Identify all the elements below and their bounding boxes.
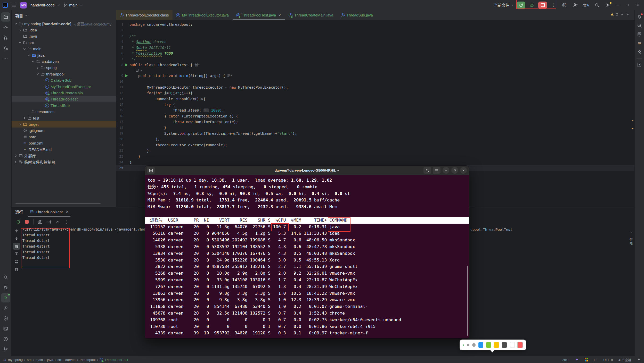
code-line-11[interactable]: 11 MyThreadPoolExecutor threadExecutor =… bbox=[116, 85, 634, 90]
tree-item-pom.xml[interactable]: mpom.xml bbox=[12, 140, 116, 146]
terminal-menu-button[interactable] bbox=[433, 167, 441, 174]
chevron-left-icon[interactable] bbox=[629, 230, 633, 234]
run-line-icon[interactable] bbox=[125, 63, 128, 66]
chevron-down-icon[interactable] bbox=[18, 40, 22, 45]
performance-side-tab[interactable]: 性能 bbox=[629, 230, 633, 246]
unlock-icon[interactable] bbox=[637, 358, 641, 362]
database-tool-button[interactable] bbox=[635, 30, 643, 38]
breadcrumb-item[interactable]: threadpool bbox=[80, 358, 95, 362]
tree-item-.idea[interactable]: .idea bbox=[12, 27, 116, 33]
more-button[interactable]: ⋮ bbox=[62, 218, 70, 225]
chevron-right-icon[interactable] bbox=[18, 28, 22, 32]
breadcrumb-item[interactable]: darven bbox=[65, 358, 76, 362]
code-line-24[interactable]: 24} bbox=[116, 159, 634, 165]
softwrap-button[interactable] bbox=[13, 243, 20, 250]
search-button[interactable] bbox=[592, 2, 601, 9]
close-icon[interactable]: ✕ bbox=[278, 13, 281, 17]
tab-ThreadPoolExecutor.class[interactable]: CThreadPoolExecutor.class bbox=[116, 10, 173, 20]
tab-MyThreadPoolExecutor.java[interactable]: CMyThreadPoolExecutor.java bbox=[173, 10, 232, 20]
code-line-23[interactable]: 23 } bbox=[116, 154, 634, 159]
profiler-button[interactable] bbox=[54, 218, 61, 225]
pull-requests-tool-button[interactable] bbox=[1, 33, 10, 42]
code-line-6[interactable]: 6 * @description TODO bbox=[116, 50, 634, 56]
chevron-up-icon[interactable] bbox=[620, 12, 624, 16]
code-line-8[interactable]: 8public class ThreadPoolTest { 新* bbox=[116, 62, 634, 68]
run-tool-button[interactable] bbox=[1, 293, 10, 302]
debug-tool-button[interactable] bbox=[1, 283, 10, 292]
terminal-maximize-button[interactable] bbox=[451, 167, 458, 174]
stop-button[interactable] bbox=[538, 2, 547, 9]
tab-ThreadCreateMain.java[interactable]: CThreadCreateMain.java bbox=[285, 10, 337, 20]
code-line-7[interactable]: 7 */ bbox=[116, 56, 634, 62]
code-line-20[interactable]: 20 }; bbox=[116, 136, 634, 142]
code-line-22[interactable]: 22 } bbox=[116, 148, 634, 154]
chevron-down-icon[interactable] bbox=[36, 72, 40, 76]
tree-item-[interactable]: 外部库 bbox=[12, 153, 116, 159]
horizontal-scrollbar[interactable] bbox=[15, 203, 101, 204]
notifications-tool-button[interactable] bbox=[635, 13, 643, 21]
screenshot-button[interactable] bbox=[36, 218, 44, 225]
run-tab[interactable]: ThreadPoolTest ✕ bbox=[28, 207, 70, 217]
terminal-tool-button[interactable] bbox=[1, 324, 10, 333]
tree-item-my-spring[interactable]: my-spring [handwrit-code]~/桌面/java-proje… bbox=[12, 21, 116, 27]
tree-item-resources[interactable]: resources bbox=[12, 108, 116, 115]
breadcrumb-item[interactable]: my-spring bbox=[8, 358, 23, 362]
code-line-2[interactable]: 2 bbox=[116, 27, 634, 33]
brush-size-dot-3[interactable] bbox=[472, 343, 475, 347]
code-line-13[interactable]: 13 Runnable runnable=()->{ bbox=[116, 96, 634, 102]
inspections-widget[interactable]: 2 bbox=[610, 12, 630, 16]
terminal-close-button[interactable] bbox=[460, 167, 467, 174]
tree-item-ThreadPoolTest[interactable]: CThreadPoolTest bbox=[12, 96, 116, 102]
color-swatch-6[interactable] bbox=[518, 342, 523, 348]
brush-size-dot-2[interactable] bbox=[467, 344, 469, 346]
git-tool-button[interactable] bbox=[1, 345, 10, 354]
maven-tool-button[interactable]: m bbox=[635, 39, 643, 47]
code-line-12[interactable]: 12 for(int i=0;i<5;i++){ bbox=[116, 90, 634, 96]
trash-button[interactable] bbox=[13, 266, 20, 273]
code-editor[interactable]: 1package cn.darven.threadpool;23/**4 * @… bbox=[116, 22, 634, 171]
code-line-14[interactable]: 14 try { bbox=[116, 102, 634, 107]
avatar[interactable]: MS bbox=[20, 2, 27, 9]
microsoft-logo-icon[interactable] bbox=[585, 358, 588, 361]
up-button[interactable] bbox=[13, 227, 20, 234]
tree-item-MyThreadPoolExecutor[interactable]: CMyThreadPoolExecutor bbox=[12, 83, 116, 90]
tree-item-target[interactable]: target bbox=[12, 121, 116, 127]
build-tool-button[interactable] bbox=[1, 303, 10, 313]
brush-size-dot-1[interactable] bbox=[463, 344, 464, 346]
terminal-scrollbar[interactable] bbox=[467, 266, 468, 336]
search-tool-button[interactable] bbox=[1, 273, 10, 282]
chevron-down-icon[interactable] bbox=[14, 22, 18, 26]
code-line-21[interactable]: 21 threadExecutor.execute(runnable); bbox=[116, 142, 634, 148]
chevron-down-icon[interactable] bbox=[22, 47, 27, 51]
tree-item-note[interactable]: note bbox=[12, 134, 116, 140]
branch-widget[interactable]: main bbox=[63, 3, 83, 7]
down-button[interactable] bbox=[13, 235, 20, 242]
run-config-selector[interactable]: 当前文件 bbox=[494, 2, 515, 8]
code-line-15[interactable]: 15 Thread.sleep( l: 1000); bbox=[116, 107, 634, 113]
chevron-right-icon[interactable] bbox=[14, 160, 18, 164]
settings-button[interactable] bbox=[603, 2, 612, 9]
window-minimize-button[interactable] bbox=[614, 2, 622, 9]
code-line-1[interactable]: 1package cn.darven.threadpool; bbox=[116, 22, 634, 27]
breadcrumb-item[interactable]: main bbox=[36, 358, 43, 362]
tree-item-cn.darven[interactable]: cn.darven bbox=[12, 58, 116, 64]
code-line-16[interactable]: 16 } catch (InterruptedException e) { bbox=[116, 113, 634, 119]
goto-button[interactable] bbox=[45, 218, 53, 225]
chevron-down-icon[interactable] bbox=[31, 60, 35, 64]
caret-position[interactable]: 25:1 bbox=[562, 358, 569, 362]
inlay-icon[interactable] bbox=[135, 69, 139, 72]
close-icon[interactable]: ✕ bbox=[66, 209, 69, 214]
code-line-5[interactable]: 5 * @date 2025/10/11 bbox=[116, 45, 634, 50]
line-ending-indicator[interactable]: LF bbox=[594, 358, 598, 362]
rerun-button[interactable] bbox=[14, 218, 22, 225]
performance-tab-label[interactable]: 性能 bbox=[629, 238, 633, 246]
commit-tool-button[interactable] bbox=[1, 23, 10, 32]
color-swatch-5[interactable] bbox=[510, 342, 515, 348]
window-maximize-button[interactable] bbox=[624, 2, 632, 9]
ai-at-button[interactable]: @ bbox=[560, 2, 569, 9]
ai-search-tool-button[interactable] bbox=[635, 22, 643, 29]
chevron-right-icon[interactable] bbox=[36, 66, 40, 70]
run-line-icon[interactable] bbox=[125, 74, 128, 77]
project-panel-header[interactable]: 项目 bbox=[12, 10, 116, 21]
color-swatch-4[interactable] bbox=[502, 342, 507, 348]
